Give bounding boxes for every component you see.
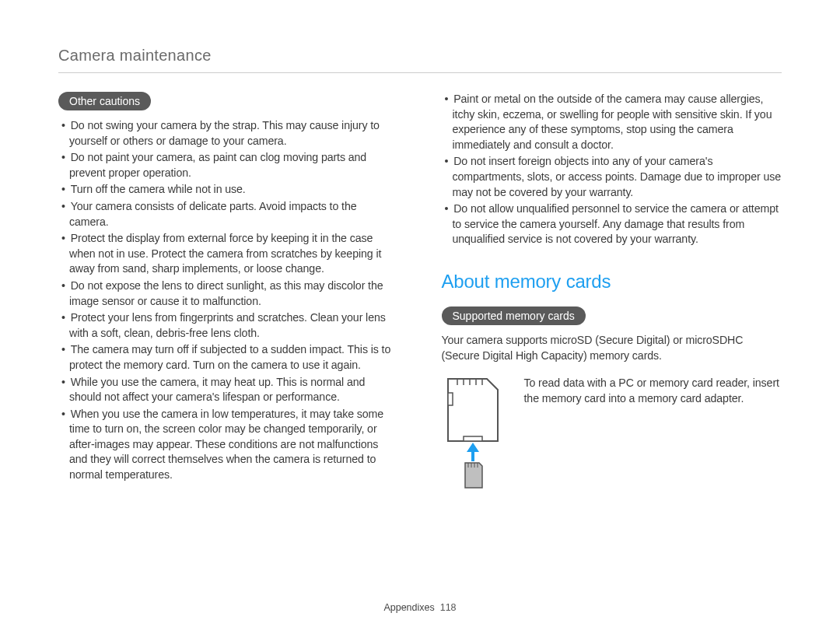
svg-rect-6 xyxy=(464,436,482,441)
supported-memory-text: Your camera supports microSD (Secure Dig… xyxy=(442,333,782,363)
list-item: The camera may turn off if subjected to … xyxy=(58,342,399,373)
list-item: Do not expose the lens to direct sunligh… xyxy=(58,278,399,309)
left-column: Other cautions Do not swing your camera … xyxy=(58,92,399,499)
adapter-row: To read data with a PC or memory card re… xyxy=(442,374,782,494)
list-item: Do not insert foreign objects into any o… xyxy=(442,154,782,200)
footer-section-label: Appendixes xyxy=(383,602,434,613)
list-item: Do not swing your camera by the strap. T… xyxy=(58,118,399,149)
list-item: Protect your lens from fingerprints and … xyxy=(58,310,399,341)
two-column-layout: Other cautions Do not swing your camera … xyxy=(58,92,782,499)
list-item: While you use the camera, it may heat up… xyxy=(58,375,399,405)
list-item: Do not allow unqualified personnel to se… xyxy=(442,201,782,247)
right-column: Paint or metal on the outside of the cam… xyxy=(442,92,782,499)
svg-rect-0 xyxy=(448,393,453,405)
list-item: Protect the display from external force … xyxy=(58,231,399,277)
other-cautions-list: Do not swing your camera by the strap. T… xyxy=(58,118,399,483)
page-footer: Appendixes 118 xyxy=(0,602,840,613)
list-item: Your camera consists of delicate parts. … xyxy=(58,199,399,229)
about-memory-cards-heading: About memory cards xyxy=(442,271,782,292)
right-cautions-list: Paint or metal on the outside of the cam… xyxy=(442,92,782,247)
supported-memory-cards-pill: Supported memory cards xyxy=(442,306,586,325)
list-item: Turn off the camera while not in use. xyxy=(58,182,399,198)
page-title: Camera maintenance xyxy=(58,47,782,73)
list-item: Paint or metal on the outside of the cam… xyxy=(442,92,782,152)
memory-card-adapter-illustration xyxy=(442,374,510,494)
list-item: Do not paint your camera, as paint can c… xyxy=(58,150,399,180)
other-cautions-pill: Other cautions xyxy=(58,92,151,110)
list-item: When you use the camera in low temperatu… xyxy=(58,407,399,483)
adapter-instruction-text: To read data with a PC or memory card re… xyxy=(524,374,782,406)
footer-page-number: 118 xyxy=(440,602,457,613)
